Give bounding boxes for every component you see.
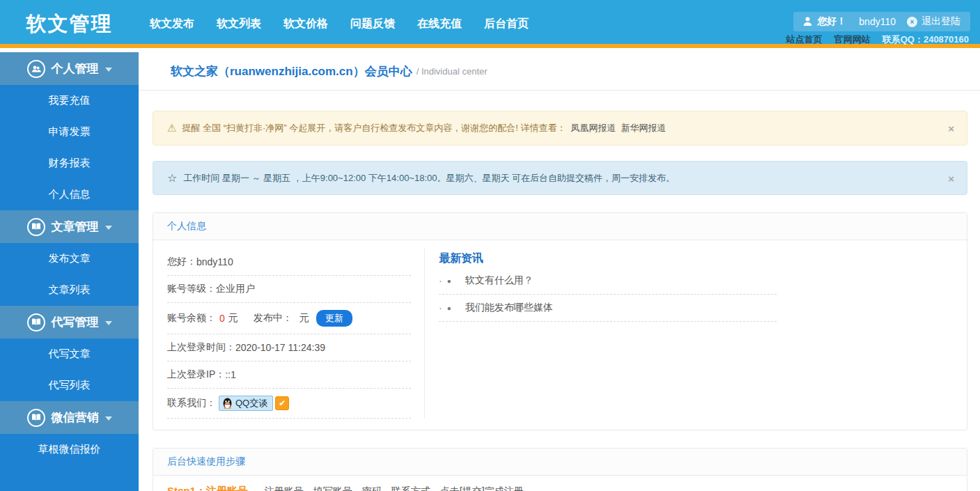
greeting-row: 您好： bndy110 bbox=[167, 249, 411, 276]
warning-icon: ⚠ bbox=[167, 122, 176, 134]
topbar-links: 站点首页 官网网站 联系QQ：240870160 bbox=[786, 33, 969, 46]
bullet-dot-icon: ● bbox=[447, 304, 451, 312]
news-title: 最新资讯 bbox=[439, 251, 953, 266]
last-login-ip-label: 上次登录IP： bbox=[167, 368, 225, 381]
main-content: 软文之家（ruanwenzhijia.com.cn）会员中心 / Individ… bbox=[139, 52, 980, 491]
sidebar-item-recharge[interactable]: 我要充值 bbox=[0, 85, 139, 116]
sidebar-item-article-list[interactable]: 文章列表 bbox=[0, 274, 139, 306]
qq-chat-label: QQ交谈 bbox=[235, 397, 267, 410]
caret-down-icon bbox=[105, 416, 112, 421]
sidebar-group-label: 代写管理 bbox=[52, 314, 99, 330]
sidebar-item-ghostwrite-article[interactable]: 代写文章 bbox=[0, 338, 139, 370]
publishing-label: 发布中： bbox=[254, 312, 293, 325]
app-logo: 软文管理 bbox=[0, 0, 139, 48]
publishing-unit: 元 bbox=[300, 312, 309, 325]
star-icon: ☆ bbox=[167, 171, 177, 185]
qq-penguin-icon bbox=[222, 398, 233, 409]
sidebar-group-label: 微信营销 bbox=[52, 410, 99, 426]
balance-value: 0 bbox=[219, 313, 225, 324]
user-icon bbox=[803, 17, 812, 26]
sidebar-group-label: 个人管理 bbox=[52, 61, 99, 77]
book-icon bbox=[27, 313, 45, 332]
sidebar-item-finance-report[interactable]: 财务报表 bbox=[0, 148, 139, 179]
contact-row: 联系我们： QQ交谈 ✔ bbox=[167, 389, 411, 419]
sidebar-item-personal-info[interactable]: 个人信息 bbox=[0, 179, 139, 210]
official-site-link[interactable]: 官网网站 bbox=[834, 33, 871, 46]
quick-steps-panel: 后台快速使用步骤 Step1：注册账号 注册账号，填写账号、密码、联系方式，点击… bbox=[153, 448, 967, 491]
step1-label: Step1：注册账号 bbox=[167, 485, 248, 491]
level-label: 账号等级： bbox=[167, 283, 216, 295]
sidebar-group-wechat[interactable]: 微信营销 bbox=[0, 401, 139, 434]
last-login-ip-row: 上次登录IP： ::1 bbox=[167, 361, 411, 389]
page-title: 软文之家（ruanwenzhijia.com.cn）会员中心 bbox=[171, 63, 412, 79]
sidebar-item-publish-article[interactable]: 发布文章 bbox=[0, 243, 139, 274]
nav-item-price[interactable]: 软文价格 bbox=[272, 17, 339, 31]
greeting-label: 您好： bbox=[167, 256, 196, 268]
nav-item-feedback[interactable]: 问题反馈 bbox=[339, 17, 406, 31]
page-subtitle: / Individual center bbox=[417, 66, 488, 77]
balance-label: 账号余额： bbox=[167, 312, 216, 325]
nav-item-admin-home[interactable]: 后台首页 bbox=[473, 17, 540, 31]
panel-body: 您好： bndy110 账号等级： 企业用户 账号余额： 0 元 发布中： 元 … bbox=[153, 240, 967, 430]
caret-down-icon bbox=[105, 226, 112, 230]
warning-link-fenghuang[interactable]: 凤凰网报道 bbox=[571, 122, 616, 134]
contact-qq-text: 联系QQ：240870160 bbox=[882, 33, 969, 46]
book-icon bbox=[27, 218, 45, 236]
nav-item-list[interactable]: 软文列表 bbox=[205, 17, 272, 31]
sidebar: 个人管理 我要充值 申请发票 财务报表 个人信息 文章管理 发布文章 文章列表 … bbox=[0, 52, 139, 491]
page-header: 软文之家（ruanwenzhijia.com.cn）会员中心 / Individ… bbox=[139, 52, 980, 91]
caret-down-icon bbox=[105, 321, 112, 325]
caret-down-icon bbox=[105, 68, 112, 72]
panel-title: 后台快速使用步骤 bbox=[153, 449, 967, 476]
step1-text: 注册账号，填写账号、密码、联系方式，点击[提交]完成注册 bbox=[265, 485, 524, 491]
news-section: 最新资讯 · ● 软文有什么用？ · ● 我们能发布哪些媒体 bbox=[425, 249, 953, 419]
users-icon bbox=[27, 60, 45, 78]
level-value: 企业用户 bbox=[216, 283, 255, 295]
qq-chat-button[interactable]: QQ交谈 ✔ bbox=[219, 396, 289, 411]
news-item-label: 我们能发布哪些媒体 bbox=[465, 302, 553, 314]
nav-item-recharge[interactable]: 在线充值 bbox=[406, 17, 473, 31]
user-pill[interactable]: 您好！ bndy110 × 退出登陆 bbox=[793, 12, 970, 31]
sidebar-group-ghostwriting[interactable]: 代写管理 bbox=[0, 306, 139, 338]
info-alert: ☆ 工作时间 星期一 ～ 星期五 ，上午9:00~12:00 下午14:00~1… bbox=[153, 161, 967, 195]
contact-label: 联系我们： bbox=[167, 397, 216, 410]
sidebar-item-wechat-quote[interactable]: 草根微信报价 bbox=[0, 434, 139, 465]
book-icon bbox=[27, 409, 45, 427]
warning-alert: ⚠ 提醒 全国 “扫黄打非·净网” 今起展开，请客户自行检查发布文章内容，谢谢您… bbox=[153, 111, 967, 146]
greeting-value: bndy110 bbox=[196, 256, 233, 267]
personal-info-panel: 个人信息 您好： bndy110 账号等级： 企业用户 账号余额： 0 元 bbox=[153, 212, 967, 430]
last-login-time-value: 2020-10-17 11:24:39 bbox=[235, 342, 325, 353]
sidebar-group-personal[interactable]: 个人管理 bbox=[0, 52, 139, 85]
refresh-button[interactable]: 更新 bbox=[316, 310, 352, 327]
last-login-time-row: 上次登录时间： 2020-10-17 11:24:39 bbox=[167, 334, 411, 361]
logout-label: 退出登陆 bbox=[921, 15, 960, 28]
last-login-ip-value: ::1 bbox=[225, 369, 236, 380]
close-icon[interactable]: × bbox=[948, 172, 954, 184]
profile-details: 您好： bndy110 账号等级： 企业用户 账号余额： 0 元 发布中： 元 … bbox=[167, 249, 425, 419]
sidebar-group-label: 文章管理 bbox=[52, 219, 99, 235]
news-item[interactable]: · ● 我们能发布哪些媒体 bbox=[439, 295, 777, 322]
close-icon[interactable]: × bbox=[948, 123, 954, 134]
greeting-text: 您好！ bbox=[817, 15, 846, 28]
site-home-link[interactable]: 站点首页 bbox=[786, 33, 823, 46]
warning-link-xinhua[interactable]: 新华网报道 bbox=[621, 122, 667, 134]
sidebar-group-article[interactable]: 文章管理 bbox=[0, 210, 139, 243]
top-navigation: 软文发布 软文列表 软文价格 问题反馈 在线充值 后台首页 bbox=[139, 0, 540, 48]
bullet-dot-icon: · bbox=[439, 302, 442, 313]
last-login-time-label: 上次登录时间： bbox=[167, 341, 235, 354]
bullet-dot-icon: ● bbox=[447, 277, 451, 285]
balance-row: 账号余额： 0 元 发布中： 元 更新 bbox=[167, 303, 411, 334]
sidebar-item-ghostwrite-list[interactable]: 代写列表 bbox=[0, 370, 139, 401]
logout-button[interactable]: × 退出登陆 bbox=[907, 15, 960, 28]
info-text: 工作时间 星期一 ～ 星期五 ，上午9:00~12:00 下午14:00~18:… bbox=[183, 172, 675, 185]
balance-unit: 元 bbox=[228, 312, 238, 325]
username-text: bndy110 bbox=[859, 16, 896, 27]
nav-item-publish[interactable]: 软文发布 bbox=[139, 17, 205, 31]
account-level-row: 账号等级： 企业用户 bbox=[167, 276, 411, 303]
step1-row: Step1：注册账号 注册账号，填写账号、密码、联系方式，点击[提交]完成注册 bbox=[153, 476, 967, 491]
sidebar-item-invoice[interactable]: 申请发票 bbox=[0, 116, 139, 148]
logout-icon: × bbox=[907, 17, 917, 27]
topbar: 软文管理 软文发布 软文列表 软文价格 问题反馈 在线充值 后台首页 您好！ b… bbox=[0, 0, 980, 48]
bullet-dot-icon: · bbox=[439, 275, 442, 286]
news-item[interactable]: · ● 软文有什么用？ bbox=[439, 267, 777, 295]
